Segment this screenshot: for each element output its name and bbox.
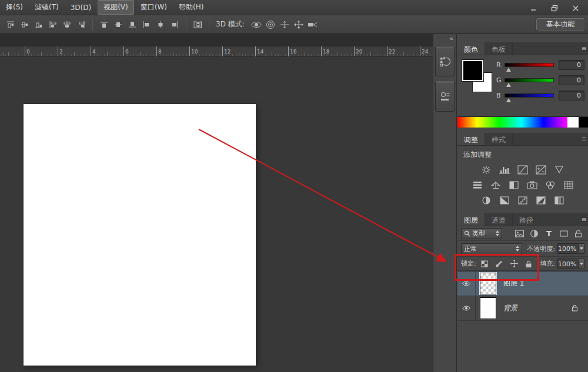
color-spectrum-ramp[interactable] [457, 116, 588, 128]
menu-item-window[interactable]: 窗口(W) [135, 1, 172, 14]
pan-camera-icon[interactable] [278, 18, 292, 31]
tab-swatches[interactable]: 色板 [485, 42, 513, 55]
posterize-icon[interactable] [497, 195, 512, 206]
orbit-camera-icon[interactable] [249, 18, 263, 31]
color-balance-icon[interactable] [489, 179, 503, 191]
fill-dropdown-icon[interactable] [578, 259, 584, 269]
panel-menu-icon[interactable]: ≡ [582, 135, 587, 143]
expand-panels-icon[interactable]: « [433, 34, 456, 43]
slide-camera-icon[interactable] [292, 18, 306, 31]
foreground-color-swatch[interactable] [462, 60, 483, 81]
layer-row-layer1[interactable]: 图层 1 [457, 272, 588, 296]
panel-menu-icon[interactable]: ≡ [582, 216, 587, 223]
black-chip[interactable] [579, 117, 588, 128]
green-value-field[interactable]: 0 [559, 75, 584, 85]
properties-icon[interactable] [435, 81, 455, 112]
exposure-icon[interactable] [534, 164, 548, 176]
minimize-icon[interactable] [529, 5, 537, 12]
distribute-bottom-icon[interactable] [32, 18, 46, 31]
distribute-top-icon[interactable] [4, 18, 18, 31]
visibility-eye-icon[interactable] [457, 296, 476, 320]
invert-icon[interactable] [479, 195, 493, 206]
panel-menu-icon[interactable]: ≡ [582, 45, 587, 52]
blend-mode-dropdown[interactable]: 正常 [461, 243, 522, 254]
layer-name[interactable]: 背景 [503, 303, 517, 313]
opacity-field[interactable]: 100% [557, 243, 584, 254]
tab-color[interactable]: 颜色 [457, 42, 485, 55]
filter-type-dropdown[interactable]: 类型 [461, 228, 502, 239]
align-left-icon[interactable] [139, 18, 153, 31]
visibility-eye-icon[interactable] [457, 272, 476, 296]
add-adjustment-title: 添加调整 [457, 146, 588, 162]
tab-channels[interactable]: 通道 [485, 213, 513, 226]
black-white-icon[interactable] [507, 179, 521, 191]
red-value-field[interactable]: 0 [559, 60, 584, 70]
gradient-map-icon[interactable] [534, 195, 548, 206]
align-right-icon[interactable] [168, 18, 182, 31]
red-slider-thumb[interactable] [506, 68, 511, 72]
layer-row-background[interactable]: 背景 [457, 296, 588, 321]
opacity-dropdown-icon[interactable] [578, 244, 584, 253]
menu-item-filter[interactable]: 滤镜(T) [29, 1, 64, 14]
lock-all-icon[interactable] [523, 258, 535, 269]
blue-slider[interactable] [505, 93, 554, 98]
align-center-icon[interactable] [153, 18, 168, 31]
levels-icon[interactable] [497, 164, 512, 176]
foreground-background-swatches[interactable] [462, 60, 494, 95]
menu-item-3d[interactable]: 3D(D) [65, 2, 96, 14]
brightness-contrast-icon[interactable] [479, 164, 493, 176]
distribute-vcenter-icon[interactable] [18, 18, 32, 31]
type-layer-filter-icon[interactable]: T [543, 228, 555, 239]
selective-color-icon[interactable] [552, 195, 566, 206]
close-icon[interactable] [572, 5, 580, 12]
tab-layers[interactable]: 图层 [457, 213, 485, 226]
smart-object-filter-icon[interactable] [572, 228, 584, 239]
tab-adjustments[interactable]: 调整 [457, 133, 485, 145]
menu-item-view[interactable]: 视图(V) [98, 0, 134, 15]
horizontal-ruler[interactable]: 024681012141618202224 [0, 46, 433, 57]
align-right-edges-icon[interactable] [74, 18, 88, 31]
curves-icon[interactable] [516, 164, 530, 176]
channel-mixer-icon[interactable] [543, 179, 557, 191]
color-lookup-icon[interactable] [562, 179, 576, 191]
hue-saturation-icon[interactable] [470, 179, 485, 191]
vibrance-icon[interactable] [552, 164, 566, 176]
green-slider-thumb[interactable] [506, 83, 511, 87]
red-slider[interactable] [505, 63, 554, 67]
layer-thumbnail[interactable] [480, 297, 496, 319]
photo-filter-icon[interactable] [525, 179, 539, 191]
menu-item-help[interactable]: 帮助(H) [173, 1, 209, 14]
layer-thumbnail[interactable] [480, 273, 496, 294]
tab-styles[interactable]: 样式 [485, 133, 513, 145]
adjustment-layer-filter-icon[interactable] [528, 228, 540, 239]
roll-camera-icon[interactable] [263, 18, 278, 31]
white-chip[interactable] [567, 117, 579, 128]
align-bottom-icon[interactable] [125, 18, 139, 31]
workspace-button[interactable]: 基本功能 [536, 18, 584, 31]
lock-position-icon[interactable] [508, 258, 520, 269]
opacity-value[interactable]: 100% [558, 244, 578, 253]
menu-item-select[interactable]: 择(S) [1, 1, 28, 14]
auto-align-layers-icon[interactable] [191, 18, 205, 31]
fill-value[interactable]: 100% [558, 259, 578, 269]
restore-icon[interactable] [550, 5, 559, 12]
zoom-camera-icon[interactable] [306, 18, 320, 31]
adjustment-icons-row-1 [457, 162, 588, 177]
align-hcenter-icon[interactable] [60, 18, 74, 31]
align-vcenter-icon[interactable] [111, 18, 125, 31]
fill-field[interactable]: 100% [557, 259, 584, 269]
align-left-edges-icon[interactable] [46, 18, 60, 31]
lock-paint-icon[interactable] [493, 258, 506, 269]
shape-layer-filter-icon[interactable] [557, 228, 570, 239]
lock-transparency-icon[interactable] [479, 258, 491, 269]
blue-value-field[interactable]: 0 [559, 91, 584, 100]
green-slider[interactable] [505, 78, 554, 82]
blue-slider-thumb[interactable] [506, 98, 511, 102]
tab-paths[interactable]: 路径 [513, 213, 540, 226]
pixel-layer-filter-icon[interactable] [513, 228, 526, 239]
layer-name[interactable]: 图层 1 [503, 279, 524, 289]
align-top-icon[interactable] [97, 18, 111, 31]
history-icon[interactable] [435, 46, 455, 76]
document-canvas[interactable] [24, 104, 256, 366]
threshold-icon[interactable] [516, 195, 530, 206]
